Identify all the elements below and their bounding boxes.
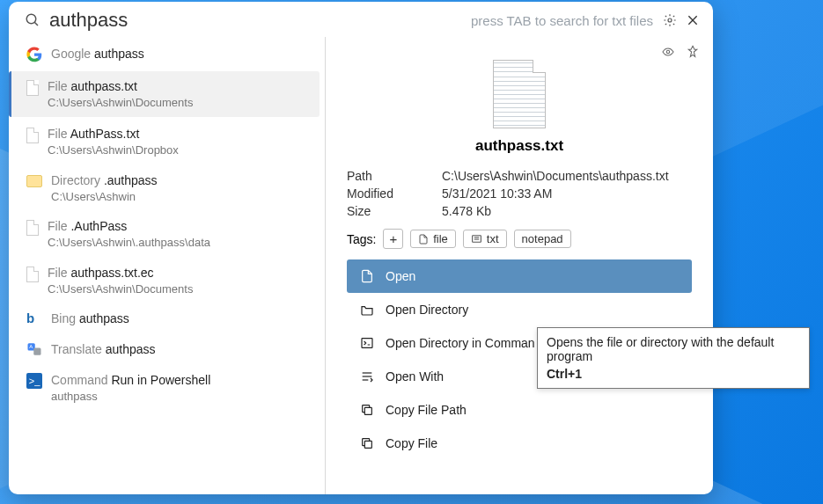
preview-icon[interactable] xyxy=(660,44,676,60)
tag-label: file xyxy=(433,232,448,245)
svg-point-2 xyxy=(668,18,672,22)
result-label: File authpass.txt.ec xyxy=(48,265,314,281)
svg-line-1 xyxy=(34,22,38,26)
search-box[interactable] xyxy=(25,9,462,32)
svg-text:A: A xyxy=(29,344,33,349)
action-label: Open With xyxy=(386,369,444,383)
result-item-AuthPass-txt[interactable]: File AuthPass.txtC:\Users\Ashwin\Dropbox xyxy=(9,119,325,164)
meta-modified-label: Modified xyxy=(347,186,428,201)
result-path: authpass xyxy=(51,389,314,405)
action-label: Open Directory in Comman xyxy=(386,336,535,350)
result-item-authpass[interactable]: ATranslate authpass xyxy=(9,334,325,365)
meta-modified-value: 5/31/2021 10:33 AM xyxy=(442,186,692,201)
action-open[interactable]: Open xyxy=(347,259,692,293)
tag-label: notepad xyxy=(522,232,563,245)
detail-panel: authpass.txt Path C:\Users\Ashwin\Docume… xyxy=(326,37,713,494)
action-label: Copy File Path xyxy=(386,403,467,417)
result-label: File AuthPass.txt xyxy=(48,126,314,142)
results-list: Google authpassFile authpass.txtC:\Users… xyxy=(9,37,326,494)
result-path: C:\Users\Ashwin\.authpass\data xyxy=(48,235,314,251)
file-icon xyxy=(26,80,39,96)
result-path: C:\Users\Ashwin xyxy=(51,189,314,205)
google-icon xyxy=(26,47,42,62)
tag-txt[interactable]: txt xyxy=(463,230,507,248)
file-icon xyxy=(26,128,39,143)
tooltip: Opens the file or directory with the def… xyxy=(537,327,810,389)
result-label: Directory .authpass xyxy=(51,172,314,189)
settings-icon[interactable] xyxy=(662,12,678,28)
launcher-window: press TAB to search for txt files Google… xyxy=(9,2,713,494)
action-label: Open xyxy=(386,269,415,283)
result-item-authpass-txt-ec[interactable]: File authpass.txt.ecC:\Users\Ashwin\Docu… xyxy=(9,258,325,303)
file-thumb-icon xyxy=(493,60,546,128)
result-path: C:\Users\Ashwin\Documents xyxy=(48,281,314,297)
search-input[interactable] xyxy=(49,9,462,32)
translate-icon: A xyxy=(26,341,42,357)
folder-open-icon xyxy=(359,302,375,318)
action-open-directory[interactable]: Open Directory xyxy=(347,293,692,326)
file-icon xyxy=(26,267,39,282)
result-label: Google authpass xyxy=(51,46,314,62)
result-item-authpass[interactable]: bBing authpass xyxy=(9,303,325,334)
copy-path-icon xyxy=(359,402,375,418)
result-label: Translate authpass xyxy=(51,341,314,358)
action-label: Copy File xyxy=(386,436,437,450)
svg-point-0 xyxy=(26,14,36,24)
action-label: Open Directory xyxy=(386,303,468,317)
add-tag-button[interactable]: + xyxy=(383,229,403,249)
powershell-icon: >_ xyxy=(26,373,42,389)
result-item-authpass-txt[interactable]: File authpass.txtC:\Users\Ashwin\Documen… xyxy=(9,71,320,117)
result-path: C:\Users\Ashwin\Dropbox xyxy=(48,142,314,158)
bing-icon: b xyxy=(26,310,42,325)
result-item--AuthPass[interactable]: File .AuthPassC:\Users\Ashwin\.authpass\… xyxy=(9,211,325,257)
tags-label: Tags: xyxy=(347,232,376,246)
result-label: File .AuthPass xyxy=(48,218,314,235)
file-icon xyxy=(26,220,39,236)
file-open-icon xyxy=(359,268,375,284)
tags-row: Tags: + filetxtnotepad xyxy=(326,227,713,259)
meta-size-label: Size xyxy=(347,204,428,218)
detail-filename: authpass.txt xyxy=(326,137,713,155)
meta-path-value: C:\Users\Ashwin\Documents\authpass.txt xyxy=(442,169,692,183)
topbar: press TAB to search for txt files xyxy=(9,2,713,37)
meta-grid: Path C:\Users\Ashwin\Documents\authpass.… xyxy=(326,164,713,227)
folder-icon xyxy=(26,175,42,187)
action-copy-file[interactable]: Copy File xyxy=(347,427,692,460)
tooltip-shortcut: Ctrl+1 xyxy=(547,367,800,381)
search-icon xyxy=(25,12,40,28)
svg-rect-16 xyxy=(364,407,371,414)
tag-file[interactable]: file xyxy=(410,230,456,248)
result-path: C:\Users\Ashwin\Documents xyxy=(48,95,309,111)
svg-rect-12 xyxy=(362,339,372,348)
open-with-icon xyxy=(359,369,375,384)
tooltip-text: Opens the file or directory with the def… xyxy=(547,335,800,363)
cmd-icon xyxy=(359,335,375,351)
svg-rect-17 xyxy=(364,441,371,448)
result-item-authpass[interactable]: Google authpass xyxy=(9,39,325,69)
result-label: File authpass.txt xyxy=(48,78,309,95)
result-label: Bing authpass xyxy=(51,310,314,327)
copy-file-icon xyxy=(359,435,375,451)
svg-rect-6 xyxy=(33,348,40,355)
search-hint: press TAB to search for txt files xyxy=(471,13,653,28)
close-icon[interactable] xyxy=(685,12,701,28)
meta-size-value: 5.478 Kb xyxy=(442,204,692,218)
action-copy-file-path[interactable]: Copy File Path xyxy=(347,393,692,427)
tag-label: txt xyxy=(487,232,499,245)
pin-icon[interactable] xyxy=(685,44,701,60)
result-item-Run-in-Powershell[interactable]: >_Command Run in Powershellauthpass xyxy=(9,365,325,411)
tag-notepad[interactable]: notepad xyxy=(514,230,571,248)
meta-path-label: Path xyxy=(347,169,428,183)
svg-point-8 xyxy=(666,50,669,53)
result-label: Command Run in Powershell xyxy=(51,372,314,389)
result-item--authpass[interactable]: Directory .authpassC:\Users\Ashwin xyxy=(9,165,325,211)
